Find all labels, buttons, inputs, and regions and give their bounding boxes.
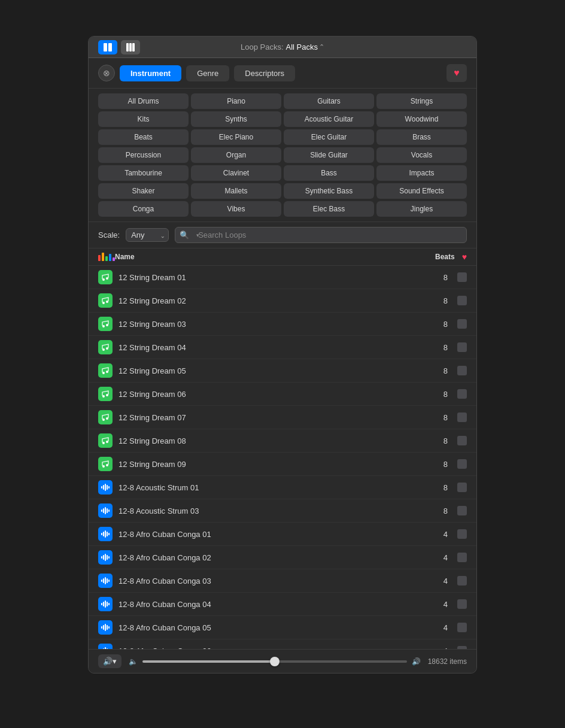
loop-favorite-checkbox[interactable] — [457, 483, 467, 492]
loop-item[interactable]: 12 String Dream 028 — [89, 289, 476, 313]
svg-rect-27 — [108, 486, 110, 489]
svg-rect-51 — [107, 602, 108, 606]
loop-favorite-checkbox[interactable] — [457, 646, 467, 649]
loop-favorite-checkbox[interactable] — [457, 319, 467, 329]
instrument-piano[interactable]: Piano — [191, 93, 281, 109]
svg-rect-60 — [105, 647, 106, 649]
loop-item[interactable]: 12-8 Afro Cuban Conga 044 — [89, 593, 476, 616]
instrument-mallets[interactable]: Mallets — [191, 183, 281, 199]
instrument-organ[interactable]: Organ — [191, 147, 281, 163]
header: Loop Packs: All Packs ⌃ — [89, 37, 476, 58]
scale-select[interactable]: Any Major Minor Neither Both — [126, 228, 169, 242]
loop-item[interactable]: 12 String Dream 088 — [89, 429, 476, 453]
loop-favorite-checkbox[interactable] — [457, 599, 467, 609]
svg-rect-48 — [101, 603, 102, 605]
svg-rect-46 — [107, 578, 108, 583]
loop-item[interactable]: 12-8 Acoustic Strum 038 — [89, 499, 476, 523]
instrument-vocals[interactable]: Vocals — [376, 147, 467, 163]
view-btn-grid3[interactable] — [121, 40, 140, 54]
view-btn-grid2[interactable] — [98, 40, 117, 54]
instrument-shaker[interactable]: Shaker — [98, 183, 189, 199]
loop-favorite-checkbox[interactable] — [457, 436, 467, 445]
instrument-bass[interactable]: Bass — [284, 165, 374, 181]
loop-favorite-checkbox[interactable] — [457, 272, 467, 282]
waveform-icon — [98, 550, 113, 565]
list-col-beats: Beats — [435, 253, 455, 261]
loop-favorite-checkbox[interactable] — [457, 459, 467, 469]
instrument-synthetic-bass[interactable]: Synthetic Bass — [284, 183, 374, 199]
favorites-button[interactable]: ♥ — [446, 64, 467, 82]
svg-rect-41 — [107, 555, 108, 560]
speaker-button[interactable]: 🔊▾ — [98, 654, 121, 668]
loop-item[interactable]: 12-8 Afro Cuban Conga 034 — [89, 569, 476, 593]
loop-favorite-checkbox[interactable] — [457, 553, 467, 562]
loop-favorite-checkbox[interactable] — [457, 389, 467, 399]
instrument-beats[interactable]: Beats — [98, 129, 189, 145]
instrument-elec-bass[interactable]: Elec Bass — [284, 201, 374, 217]
instrument-kits[interactable]: Kits — [98, 111, 189, 127]
instrument-elec-piano[interactable]: Elec Piano — [191, 129, 281, 145]
instrument-percussion[interactable]: Percussion — [98, 147, 189, 163]
svg-point-16 — [106, 394, 108, 396]
svg-rect-32 — [108, 509, 110, 512]
list-header-color-icon — [98, 253, 115, 261]
loop-name: 12-8 Afro Cuban Conga 03 — [119, 577, 444, 586]
loop-favorite-checkbox[interactable] — [457, 506, 467, 515]
loop-favorite-checkbox[interactable] — [457, 342, 467, 352]
loop-favorite-checkbox[interactable] — [457, 366, 467, 375]
instrument-jingles[interactable]: Jingles — [376, 201, 467, 217]
loop-item[interactable]: 12 String Dream 038 — [89, 313, 476, 336]
svg-point-8 — [106, 301, 108, 303]
music-note-icon — [98, 457, 113, 471]
close-filter-button[interactable]: ⊗ — [98, 65, 115, 81]
instrument-sound-effects[interactable]: Sound Effects — [376, 183, 467, 199]
loop-packs-control[interactable]: Loop Packs: All Packs ⌃ — [241, 43, 324, 51]
instrument-clavinet[interactable]: Clavinet — [191, 165, 281, 181]
tab-instrument[interactable]: Instrument — [120, 65, 181, 81]
svg-rect-47 — [108, 580, 110, 582]
instrument-woodwind[interactable]: Woodwind — [376, 111, 467, 127]
instrument-impacts[interactable]: Impacts — [376, 165, 467, 181]
svg-point-12 — [106, 347, 108, 350]
loop-item[interactable]: 12 String Dream 058 — [89, 359, 476, 383]
loop-favorite-checkbox[interactable] — [457, 412, 467, 422]
loop-item[interactable]: 12-8 Afro Cuban Conga 014 — [89, 523, 476, 546]
instrument-tambourine[interactable]: Tambourine — [98, 165, 189, 181]
instrument-all-drums[interactable]: All Drums — [98, 93, 189, 109]
loop-favorite-checkbox[interactable] — [457, 529, 467, 539]
loop-favorite-checkbox[interactable] — [457, 576, 467, 586]
loop-item[interactable]: 12 String Dream 048 — [89, 336, 476, 359]
loop-item[interactable]: 12 String Dream 068 — [89, 383, 476, 406]
instrument-conga[interactable]: Conga — [98, 201, 189, 217]
loop-beats: 8 — [444, 343, 448, 352]
instrument-brass[interactable]: Brass — [376, 129, 467, 145]
loop-item[interactable]: 12-8 Afro Cuban Conga 024 — [89, 546, 476, 569]
loop-name: 12 String Dream 06 — [119, 390, 444, 399]
svg-point-21 — [102, 465, 105, 468]
loop-item[interactable]: 12-8 Afro Cuban Conga 064 — [89, 639, 476, 649]
loop-favorite-checkbox[interactable] — [457, 623, 467, 632]
loop-item[interactable]: 12-8 Afro Cuban Conga 054 — [89, 616, 476, 639]
instrument-vibes[interactable]: Vibes — [191, 201, 281, 217]
waveform-icon — [98, 574, 113, 588]
loop-item[interactable]: 12-8 Acoustic Strum 018 — [89, 476, 476, 499]
instrument-acoustic-guitar[interactable]: Acoustic Guitar — [284, 111, 374, 127]
loop-beats: 4 — [444, 553, 448, 562]
volume-slider[interactable] — [142, 660, 407, 663]
loop-favorite-checkbox[interactable] — [457, 296, 467, 305]
tab-genre[interactable]: Genre — [186, 65, 229, 81]
loop-beats: 4 — [444, 647, 448, 650]
instrument-synths[interactable]: Synths — [191, 111, 281, 127]
svg-rect-33 — [101, 533, 102, 535]
loop-item[interactable]: 12 String Dream 018 — [89, 266, 476, 289]
instrument-elec-guitar[interactable]: Elec Guitar — [284, 129, 374, 145]
instrument-guitars[interactable]: Guitars — [284, 93, 374, 109]
instrument-slide-guitar[interactable]: Slide Guitar — [284, 147, 374, 163]
search-input[interactable] — [175, 227, 467, 243]
loop-item[interactable]: 12 String Dream 078 — [89, 406, 476, 429]
instrument-strings[interactable]: Strings — [376, 93, 467, 109]
loop-name: 12-8 Acoustic Strum 01 — [119, 483, 444, 492]
tab-descriptors[interactable]: Descriptors — [234, 65, 295, 81]
loop-beats: 8 — [444, 483, 448, 492]
loop-item[interactable]: 12 String Dream 098 — [89, 453, 476, 476]
